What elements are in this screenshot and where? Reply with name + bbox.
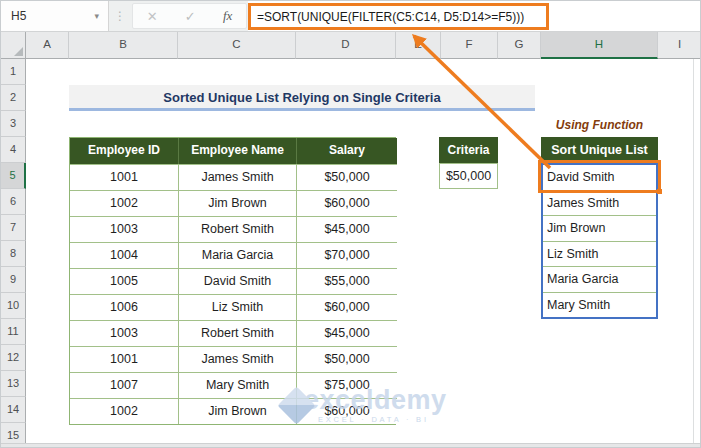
- sheet-right-boundary: [693, 59, 694, 443]
- row-header-13[interactable]: 13: [1, 371, 26, 397]
- spill-cell[interactable]: Liz Smith: [543, 242, 656, 268]
- employee-id-cell[interactable]: 1003: [70, 320, 179, 346]
- employee-id-cell[interactable]: 1002: [70, 190, 179, 216]
- column-header-a[interactable]: A: [26, 32, 69, 59]
- formula-highlight-box: =SORT(UNIQUE(FILTER(C5:C14, D5:D14>=F5))…: [248, 3, 549, 30]
- table-header-employee-name[interactable]: Employee Name: [179, 138, 297, 164]
- formula-buttons-group: ✕ ✓ fx: [132, 3, 247, 29]
- formula-text[interactable]: =SORT(UNIQUE(FILTER(C5:C14, D5:D14>=F5))…: [251, 10, 524, 24]
- column-header-h-selected[interactable]: H: [541, 32, 658, 59]
- salary-cell[interactable]: $70,000: [297, 242, 397, 268]
- employee-id-cell[interactable]: 1001: [70, 164, 179, 190]
- spill-range: David Smith James Smith Jim Brown Liz Sm…: [541, 163, 658, 319]
- table-header-employee-id[interactable]: Employee ID: [70, 138, 179, 164]
- employee-table: Employee ID Employee Name Salary 1001 Ja…: [69, 137, 396, 425]
- row-header-8[interactable]: 8: [1, 241, 26, 267]
- employee-name-cell[interactable]: Robert Smith: [179, 320, 297, 346]
- employee-name-cell[interactable]: James Smith: [179, 346, 297, 372]
- criteria-value-cell[interactable]: $50,000: [439, 163, 498, 189]
- row-header-5-selected[interactable]: 5: [1, 163, 26, 189]
- employee-name-cell[interactable]: Liz Smith: [179, 294, 297, 320]
- spill-cell[interactable]: Mary Smith: [543, 293, 656, 318]
- salary-cell[interactable]: $60,000: [297, 398, 397, 424]
- column-header-i[interactable]: I: [658, 32, 701, 59]
- employee-id-cell[interactable]: 1003: [70, 216, 179, 242]
- row-header-12[interactable]: 12: [1, 345, 26, 371]
- row-header-6[interactable]: 6: [1, 189, 26, 215]
- salary-cell[interactable]: $55,000: [297, 268, 397, 294]
- row-header-9[interactable]: 9: [1, 267, 26, 293]
- spill-cell[interactable]: Maria Garcia: [543, 267, 656, 293]
- select-all-corner[interactable]: [1, 32, 26, 59]
- column-header-b[interactable]: B: [69, 32, 178, 59]
- salary-cell[interactable]: $45,000: [297, 320, 397, 346]
- column-header-c[interactable]: C: [178, 32, 296, 59]
- employee-id-cell[interactable]: 1007: [70, 372, 179, 398]
- salary-cell[interactable]: $75,000: [297, 372, 397, 398]
- column-header-g[interactable]: G: [498, 32, 541, 59]
- name-box[interactable]: H5 ▾: [1, 1, 109, 31]
- excel-window: H5 ▾ ⋮ ✕ ✓ fx =SORT(UNIQUE(FILTER(C5:C14…: [0, 0, 701, 448]
- row-header-14[interactable]: 14: [1, 397, 26, 423]
- insert-function-icon[interactable]: fx: [223, 8, 232, 24]
- employee-name-cell[interactable]: Jim Brown: [179, 398, 297, 424]
- employee-id-cell[interactable]: 1002: [70, 398, 179, 424]
- row-header-11[interactable]: 11: [1, 319, 26, 345]
- employee-id-cell[interactable]: 1005: [70, 268, 179, 294]
- sheet-title[interactable]: Sorted Unique List Relying on Single Cri…: [69, 85, 535, 111]
- salary-cell[interactable]: $45,000: [297, 216, 397, 242]
- row-header-2[interactable]: 2: [1, 85, 26, 111]
- name-box-caret-icon[interactable]: ▾: [94, 11, 108, 21]
- row-header-7[interactable]: 7: [1, 215, 26, 241]
- column-header-e[interactable]: E: [396, 32, 441, 59]
- salary-cell[interactable]: $60,000: [297, 294, 397, 320]
- salary-cell[interactable]: $50,000: [297, 164, 397, 190]
- table-header-salary[interactable]: Salary: [297, 138, 397, 164]
- enter-icon[interactable]: ✓: [185, 9, 196, 24]
- employee-id-cell[interactable]: 1006: [70, 294, 179, 320]
- employee-name-cell[interactable]: James Smith: [179, 164, 297, 190]
- row-header-4[interactable]: 4: [1, 137, 26, 163]
- salary-cell[interactable]: $60,000: [297, 190, 397, 216]
- column-headers: A B C D E F G H I: [1, 32, 701, 59]
- employee-name-cell[interactable]: David Smith: [179, 268, 297, 294]
- column-header-f[interactable]: F: [441, 32, 498, 59]
- employee-name-cell[interactable]: Robert Smith: [179, 216, 297, 242]
- spill-cell[interactable]: Jim Brown: [543, 216, 656, 242]
- spill-cell[interactable]: James Smith: [543, 191, 656, 217]
- employee-name-cell[interactable]: Jim Brown: [179, 190, 297, 216]
- row-header-1[interactable]: 1: [1, 59, 26, 85]
- salary-cell[interactable]: $50,000: [297, 346, 397, 372]
- cancel-icon[interactable]: ✕: [147, 9, 158, 24]
- criteria-header[interactable]: Criteria: [439, 137, 498, 163]
- employee-name-cell[interactable]: Maria Garcia: [179, 242, 297, 268]
- bottom-scrollbar-strip: [1, 443, 700, 448]
- sort-unique-list-header[interactable]: Sort Unique List: [541, 137, 658, 163]
- column-header-d[interactable]: D: [296, 32, 396, 59]
- row-header-3[interactable]: 3: [1, 111, 26, 137]
- employee-name-cell[interactable]: Mary Smith: [179, 372, 297, 398]
- employee-id-cell[interactable]: 1004: [70, 242, 179, 268]
- selected-cell-h5[interactable]: David Smith: [543, 165, 656, 191]
- toolbar-separator-dots-icon: ⋮: [113, 1, 127, 31]
- row-header-10[interactable]: 10: [1, 293, 26, 319]
- using-function-label: Using Function: [541, 115, 658, 136]
- employee-id-cell[interactable]: 1001: [70, 346, 179, 372]
- name-box-value: H5: [1, 9, 94, 23]
